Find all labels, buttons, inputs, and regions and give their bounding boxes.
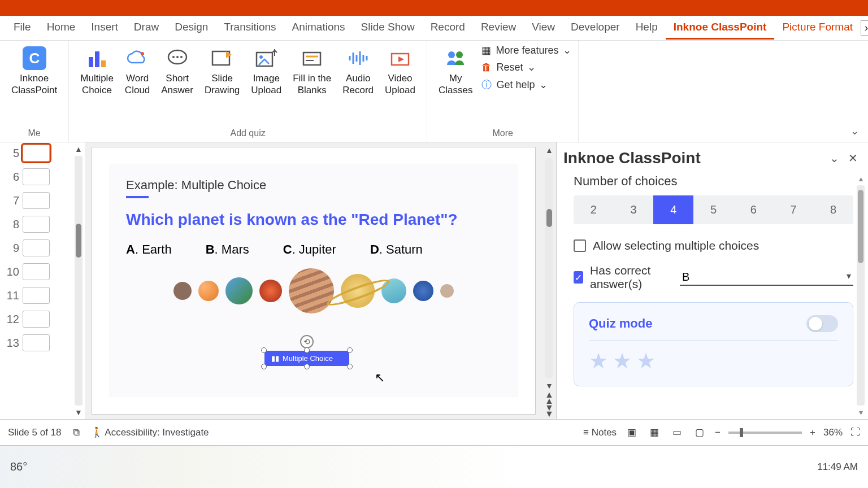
notes-button[interactable]: ≡ Notes	[583, 427, 617, 438]
choice-3[interactable]: 3	[614, 195, 654, 224]
ribbon-word-cloud[interactable]: Word Cloud	[120, 44, 154, 99]
slide-canvas[interactable]: Example: Multiple Choice Which planet is…	[85, 142, 542, 419]
tab-help[interactable]: Help	[628, 16, 666, 40]
accessibility[interactable]: 🚶 Accessibility: Investigate	[91, 426, 209, 438]
scroll-handle[interactable]	[858, 190, 863, 263]
star-icon[interactable]: ★	[589, 348, 608, 373]
tab-home[interactable]: Home	[39, 16, 84, 40]
zoom-level[interactable]: 36%	[823, 427, 843, 438]
quiz-mode-toggle[interactable]	[806, 315, 838, 332]
ribbon-multiple-choice[interactable]: Multiple Choice	[76, 44, 118, 99]
ribbon-classpoint[interactable]: C Inknoe ClassPoint	[7, 44, 62, 99]
ribbon-audio-record[interactable]: Audio Record	[338, 44, 378, 99]
resize-handle[interactable]	[347, 347, 353, 353]
correct-answer-input[interactable]	[680, 269, 853, 286]
fit-window-icon[interactable]: ⛶	[850, 427, 860, 438]
star-icon[interactable]: ★	[636, 348, 656, 373]
sorter-view-icon[interactable]: ▦	[647, 426, 662, 439]
close-icon[interactable]: ✕	[848, 151, 858, 165]
clock[interactable]: 11:49 AM	[817, 461, 858, 473]
choice-5[interactable]: 5	[693, 195, 734, 224]
svg-point-12	[259, 55, 263, 59]
resize-handle[interactable]	[261, 364, 267, 369]
ribbon-reset[interactable]: 🗑Reset ⌄	[481, 61, 571, 73]
ribbon-video-upload[interactable]: Video Upload	[380, 44, 420, 99]
thumb-11[interactable]: 11	[5, 287, 68, 304]
display-settings-icon[interactable]: ⧉	[73, 427, 80, 438]
thumb-6[interactable]: 6	[5, 168, 68, 185]
thumb-9[interactable]: 9	[5, 239, 68, 256]
choice-7[interactable]: 7	[774, 195, 814, 224]
blanks-icon	[300, 46, 324, 70]
tab-design[interactable]: Design	[167, 16, 216, 40]
slide-indicator[interactable]: Slide 5 of 18	[8, 427, 62, 438]
ribbon-my-classes[interactable]: My Classes	[434, 44, 477, 99]
star-icon[interactable]: ★	[613, 348, 632, 373]
ribbon-slide-drawing[interactable]: Slide Drawing	[200, 44, 244, 99]
scroll-down-icon[interactable]: ▾	[859, 408, 863, 417]
resize-handle[interactable]	[347, 364, 353, 369]
has-correct-checkbox[interactable]: ✓	[574, 271, 583, 284]
thumb-12[interactable]: 12	[5, 311, 68, 328]
choice-6[interactable]: 6	[734, 195, 774, 224]
tab-animations[interactable]: Animations	[284, 16, 353, 40]
scroll-up-icon[interactable]: ▲	[544, 145, 554, 156]
ribbon-get-help[interactable]: ⓘGet help ⌄	[481, 78, 571, 91]
rotate-handle[interactable]: ⟲	[300, 335, 314, 348]
thumb-13[interactable]: 13	[5, 334, 68, 351]
chevron-down-icon[interactable]: ⌄	[830, 151, 839, 165]
chevron-down-icon: ⌄	[563, 44, 571, 56]
normal-view-icon[interactable]: ▣	[624, 426, 639, 439]
allow-multiple-checkbox[interactable]	[574, 239, 586, 252]
work-area: 5 6 7 8 9 10 11 12 13 ▲ ▼ Example: Multi…	[0, 142, 868, 419]
choice-4[interactable]: 4	[653, 195, 693, 224]
slideshow-view-icon[interactable]: ▢	[692, 426, 707, 439]
weather[interactable]: 86°	[10, 460, 27, 473]
scroll-handle[interactable]	[76, 224, 81, 258]
resize-handle[interactable]	[304, 347, 310, 353]
thumb-8[interactable]: 8	[5, 216, 68, 233]
thumb-10[interactable]: 10	[5, 263, 68, 280]
scroll-down-icon[interactable]: ▼	[75, 408, 83, 417]
scroll-handle[interactable]	[546, 209, 552, 227]
resize-handle[interactable]	[261, 347, 267, 353]
thumb-7[interactable]: 7	[5, 192, 68, 209]
zoom-out[interactable]: −	[715, 427, 721, 438]
tab-record[interactable]: Record	[423, 16, 473, 40]
tab-transitions[interactable]: Transitions	[216, 16, 284, 40]
ribbon-more-features[interactable]: ▦More features ⌄	[481, 44, 571, 56]
thumb-5[interactable]: 5	[5, 145, 68, 162]
thumb-scrollbar[interactable]: ▲ ▼	[72, 142, 85, 419]
tab-file[interactable]: File	[6, 16, 39, 40]
choice-2[interactable]: 2	[574, 195, 614, 224]
ribbon-collapse[interactable]: ⌄	[850, 125, 859, 137]
resize-handle[interactable]	[304, 364, 310, 369]
tab-view[interactable]: View	[524, 16, 563, 40]
ribbon-fill-blanks[interactable]: Fill in the Blanks	[288, 44, 336, 99]
ribbon-image-upload[interactable]: Image Upload	[246, 44, 286, 99]
barchart-icon: ▮▮	[271, 354, 279, 363]
tab-insert[interactable]: Insert	[83, 16, 126, 40]
pane-title: Inknoe ClassPoint	[563, 149, 701, 167]
selected-object[interactable]: ⟲ ▮▮ Multiple Choice	[264, 351, 349, 366]
difficulty-stars[interactable]: ★ ★ ★	[589, 348, 838, 373]
tab-pictureformat[interactable]: Picture Format	[774, 16, 861, 40]
scroll-up-icon[interactable]: ▴	[859, 174, 863, 183]
tab-classpoint[interactable]: Inknoe ClassPoint	[666, 16, 775, 40]
tab-review[interactable]: Review	[473, 16, 524, 40]
canvas-scrollbar[interactable]: ▲ ▼ ▲▲ ▼▼	[542, 142, 556, 419]
ribbon-short-answer[interactable]: Short Answer	[157, 44, 198, 99]
reading-view-icon[interactable]: ▭	[670, 426, 684, 439]
tab-overflow[interactable]: ›	[861, 20, 868, 36]
tab-slideshow[interactable]: Slide Show	[353, 16, 423, 40]
taskbar[interactable]: 86° 11:49 AM	[0, 445, 868, 488]
tab-developer[interactable]: Developer	[563, 16, 628, 40]
tab-draw[interactable]: Draw	[126, 16, 167, 40]
next-slide-icon[interactable]: ▼▼	[545, 404, 554, 417]
choice-8[interactable]: 8	[813, 195, 853, 224]
scroll-up-icon[interactable]: ▲	[75, 145, 83, 154]
ribbon-label: Inknoe ClassPoint	[11, 72, 57, 97]
zoom-in[interactable]: +	[810, 427, 815, 438]
zoom-slider[interactable]	[728, 432, 802, 434]
pane-scrollbar[interactable]: ▴ ▾	[856, 174, 866, 417]
